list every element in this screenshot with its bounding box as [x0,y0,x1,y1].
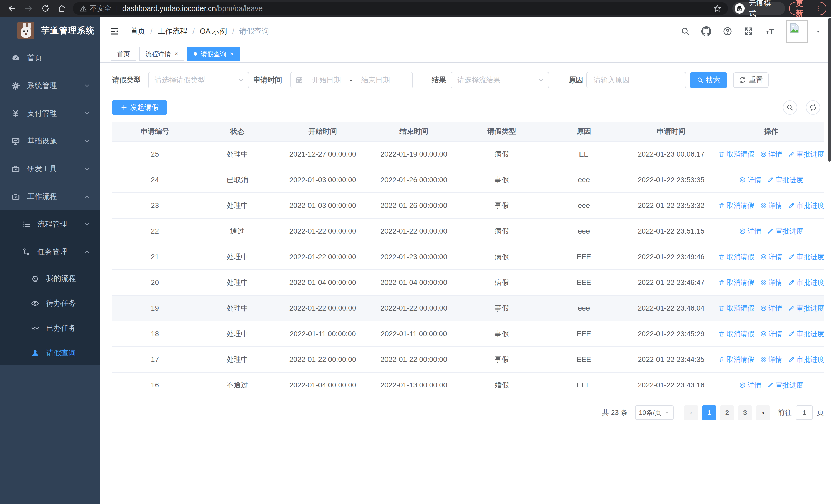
reason-input[interactable] [593,76,686,84]
cancel-action-link[interactable]: 取消请假 [718,329,754,338]
tab-流程详情[interactable]: 流程详情× [139,47,184,61]
browser-update-button[interactable]: 更新 [789,2,826,15]
date-start-placeholder: 开始日期 [307,75,346,85]
prev-page-button[interactable]: ‹ [684,406,698,420]
url-path: /bpm/oa/leave [216,4,262,13]
sidebar-collapse-icon[interactable] [110,27,119,36]
sidebar-item-基础设施[interactable]: 基础设施 [0,127,100,155]
progress-action-link[interactable]: 审批进度 [767,175,803,184]
sidebar-item-系统管理[interactable]: 系统管理 [0,72,100,99]
search-button[interactable]: 搜索 [690,72,727,88]
table-cell: 2022-01-11 00:00:00 [277,330,368,338]
progress-action-link[interactable]: 审批进度 [788,201,824,210]
progress-action-link[interactable]: 审批进度 [788,150,824,159]
page-size-select[interactable]: 10条/页 [635,406,674,420]
view-icon [760,151,767,157]
progress-action-link[interactable]: 审批进度 [788,304,824,313]
search-icon[interactable] [681,27,690,36]
goto-page-input[interactable] [796,406,813,420]
sidebar-item-支付管理[interactable]: 支付管理 [0,99,100,127]
table-cell: 19 [112,304,198,312]
sidebar-item-研发工具[interactable]: 研发工具 [0,155,100,183]
progress-action-link[interactable]: 审批进度 [788,278,824,287]
action-label: 取消请假 [727,252,754,262]
security-warning-icon[interactable] [80,5,87,12]
font-size-icon[interactable]: TT [765,26,775,36]
cancel-action-link[interactable]: 取消请假 [718,201,754,210]
detail-action-link[interactable]: 详情 [760,201,782,210]
create-leave-button[interactable]: 发起请假 [112,100,167,115]
kebab-menu-icon[interactable] [814,5,822,12]
refresh-table-button[interactable] [806,100,820,115]
avatar-caret-icon[interactable] [814,27,822,35]
sidebar-item-任务管理[interactable]: 任务管理 [0,238,100,266]
apply-time-label: 申请时间 [253,75,282,85]
tab-close-icon[interactable]: × [174,51,178,57]
detail-action-link[interactable]: 详情 [739,227,762,236]
home-icon[interactable] [57,4,66,13]
sidebar-item-待办任务[interactable]: 待办任务 [0,291,100,316]
apply-time-range-picker[interactable]: 开始日期 - 结束日期 [290,72,413,88]
tab-首页[interactable]: 首页 [111,47,136,61]
sidebar-item-工作流程[interactable]: 工作流程 [0,183,100,210]
tab-label: 流程详情 [145,50,171,58]
show-search-button[interactable] [783,100,797,115]
sidebar-item-首页[interactable]: 首页 [0,44,100,72]
column-header: 原因 [544,126,624,136]
breadcrumb-item[interactable]: 工作流程 [157,26,188,36]
progress-action-link[interactable]: 审批进度 [788,329,824,338]
sidebar-item-请假查询[interactable]: 请假查询 [0,340,100,365]
action-label: 详情 [769,278,782,287]
page-button-2[interactable]: 2 [720,406,734,420]
detail-action-link[interactable]: 详情 [760,150,782,159]
tab-close-icon[interactable]: × [230,51,233,57]
cancel-action-link[interactable]: 取消请假 [718,304,754,313]
detail-action-link[interactable]: 详情 [760,278,782,287]
sidebar-item-已办任务[interactable]: 已办任务 [0,316,100,340]
progress-action-link[interactable]: 审批进度 [788,355,824,364]
page-button-1[interactable]: 1 [702,406,716,420]
incognito-icon [735,3,745,13]
sidebar-logo[interactable]: 芋道管理系统 [0,17,100,44]
table-cell: 17 [112,355,198,364]
detail-action-link[interactable]: 详情 [739,175,762,184]
reset-button[interactable]: 重置 [733,72,769,88]
table-cell: 2022-01-26 00:00:00 [368,176,459,184]
cancel-action-link[interactable]: 取消请假 [718,252,754,262]
fullscreen-icon[interactable] [744,26,753,36]
chevron-down-icon [83,220,91,228]
cancel-action-link[interactable]: 取消请假 [718,150,754,159]
address-bar[interactable]: 不安全 | dashboard.yudao.iocoder.cn/bpm/oa/… [73,2,728,15]
detail-action-link[interactable]: 详情 [760,355,782,364]
table-cell: 病假 [459,252,544,262]
next-page-button[interactable]: › [756,406,770,420]
action-label: 取消请假 [727,201,754,210]
progress-action-link[interactable]: 审批进度 [767,227,803,236]
breadcrumb-item[interactable]: 首页 [131,26,145,36]
page-button-3[interactable]: 3 [738,406,752,420]
breadcrumb-item[interactable]: OA 示例 [200,26,227,36]
leave-type-select[interactable]: 请选择请假类型 [148,72,249,88]
bookmark-star-icon[interactable] [713,4,722,13]
sidebar-item-我的流程[interactable]: 我的流程 [0,266,100,291]
back-icon[interactable] [7,4,17,13]
scrollbar-thumb[interactable] [828,18,831,162]
detail-action-link[interactable]: 详情 [760,329,782,338]
reload-icon[interactable] [41,4,50,13]
action-label: 详情 [748,381,762,390]
help-icon[interactable] [723,26,733,36]
cancel-action-link[interactable]: 取消请假 [718,355,754,364]
action-label: 详情 [748,175,762,184]
progress-action-link[interactable]: 审批进度 [788,252,824,262]
github-icon[interactable] [701,26,711,36]
detail-action-link[interactable]: 详情 [760,252,782,262]
tab-请假查询[interactable]: 请假查询× [188,47,240,61]
result-select[interactable]: 请选择流结果 [451,72,549,88]
sidebar-item-流程管理[interactable]: 流程管理 [0,210,100,238]
cancel-action-link[interactable]: 取消请假 [718,278,754,287]
avatar[interactable] [786,20,808,42]
progress-action-link[interactable]: 审批进度 [767,381,803,390]
edit-icon [788,330,795,337]
detail-action-link[interactable]: 详情 [760,304,782,313]
detail-action-link[interactable]: 详情 [739,381,762,390]
